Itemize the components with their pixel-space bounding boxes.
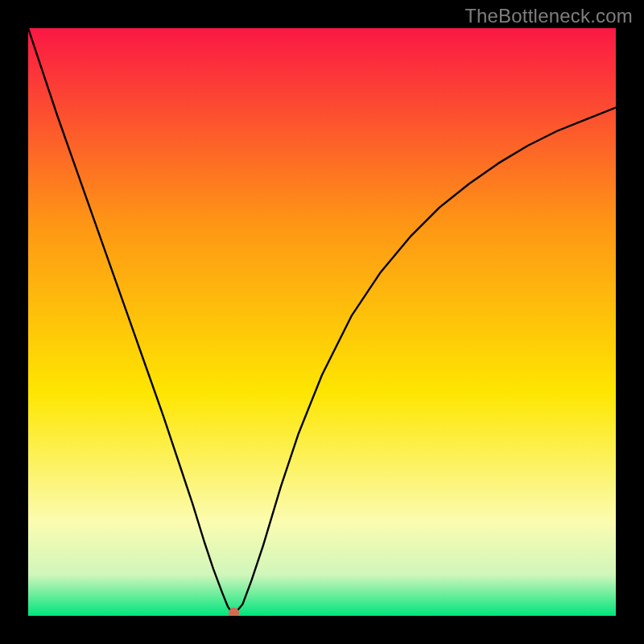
watermark-text: TheBottleneck.com bbox=[464, 5, 633, 27]
chart-frame: TheBottleneck.com bbox=[0, 0, 644, 644]
bottleneck-chart bbox=[28, 28, 616, 616]
gradient-background bbox=[28, 28, 616, 616]
plot-area bbox=[28, 28, 616, 616]
